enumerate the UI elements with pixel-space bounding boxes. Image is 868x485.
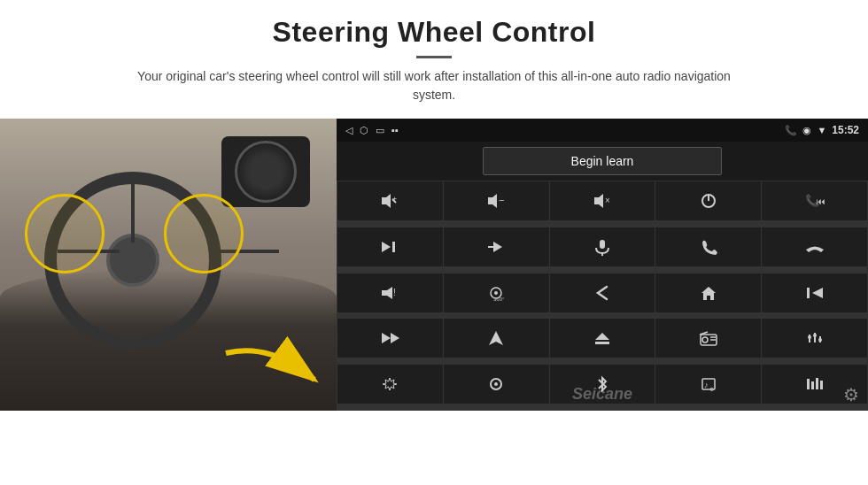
- svg-point-22: [494, 291, 498, 295]
- gauge-cluster: [221, 136, 310, 207]
- fast-forward-button[interactable]: [444, 227, 549, 266]
- svg-text:360°: 360°: [493, 296, 505, 302]
- svg-rect-17: [600, 240, 605, 249]
- svg-marker-1: [382, 194, 391, 208]
- title-divider: [416, 56, 452, 58]
- spoke-vertical: [131, 181, 135, 242]
- home-icon: ⬡: [360, 125, 368, 136]
- settings-btn2[interactable]: [337, 365, 443, 404]
- skip-forward-button[interactable]: [337, 319, 443, 358]
- content-area: ◁ ⬡ ▭ ▪▪ 📞 ◉ ▼ 15:52 Begin learn: [0, 119, 868, 485]
- volume-up-button[interactable]: +: [337, 181, 443, 220]
- horn-button[interactable]: !: [337, 273, 443, 312]
- phone-icon: 📞: [785, 125, 797, 136]
- highlight-circle-right: [164, 194, 244, 273]
- svg-text:⏮: ⏮: [817, 196, 825, 206]
- svg-rect-31: [595, 342, 609, 344]
- power-button[interactable]: [655, 181, 761, 220]
- storage-icon: ▪▪: [391, 125, 399, 135]
- svg-rect-48: [807, 379, 810, 389]
- status-bar: ◁ ⬡ ▭ ▪▪ 📞 ◉ ▼ 15:52: [337, 119, 868, 142]
- svg-marker-27: [382, 333, 391, 343]
- svg-marker-28: [391, 333, 399, 343]
- svg-text:×: ×: [605, 196, 610, 205]
- svg-text:+: +: [392, 195, 397, 204]
- status-time: 15:52: [832, 124, 859, 136]
- speedometer: [235, 141, 297, 203]
- equalizer-button[interactable]: [762, 319, 867, 358]
- svg-rect-50: [816, 378, 818, 389]
- svg-rect-49: [811, 381, 814, 389]
- svg-point-42: [818, 338, 822, 342]
- header-section: Steering Wheel Control Your original car…: [0, 0, 868, 113]
- wifi-icon: ▼: [817, 125, 826, 135]
- back-icon: ◁: [345, 125, 353, 136]
- svg-point-40: [813, 334, 817, 337]
- car-image: [0, 119, 337, 411]
- volume-down-button[interactable]: −: [444, 181, 549, 220]
- svg-marker-13: [382, 242, 391, 252]
- home-button[interactable]: [655, 273, 761, 312]
- svg-text:−: −: [499, 195, 504, 205]
- begin-learn-button[interactable]: Begin learn: [483, 147, 722, 175]
- svg-marker-16: [493, 242, 502, 252]
- recents-icon: ▭: [376, 125, 384, 136]
- svg-marker-30: [595, 333, 609, 340]
- svg-rect-25: [807, 288, 810, 298]
- highlight-circle-left: [25, 194, 105, 273]
- settings-gear-icon[interactable]: ⚙: [843, 384, 859, 405]
- next-track-button[interactable]: [337, 227, 443, 266]
- svg-rect-51: [820, 381, 823, 389]
- subtitle: Your original car's steering wheel contr…: [124, 67, 744, 104]
- svg-text:⚙: ⚙: [709, 387, 714, 392]
- call-prev-button[interactable]: 📞 ⏮: [762, 181, 867, 220]
- begin-learn-row: Begin learn: [337, 142, 868, 181]
- 360-camera-button[interactable]: 360°: [444, 273, 549, 312]
- navigation-button[interactable]: [444, 319, 549, 358]
- android-screen: ◁ ⬡ ▭ ▪▪ 📞 ◉ ▼ 15:52 Begin learn: [337, 119, 868, 411]
- location-icon: ◉: [802, 125, 811, 136]
- svg-marker-7: [594, 194, 603, 208]
- svg-rect-14: [392, 242, 395, 252]
- back-button[interactable]: [550, 273, 655, 312]
- svg-marker-19: [382, 287, 392, 299]
- status-bar-right: 📞 ◉ ▼ 15:52: [785, 124, 859, 136]
- circle-button[interactable]: [444, 365, 549, 404]
- phone-call-button[interactable]: [655, 227, 761, 266]
- bluetooth-button[interactable]: [550, 365, 655, 404]
- svg-point-44: [494, 382, 498, 386]
- svg-point-38: [808, 335, 811, 339]
- svg-point-33: [702, 337, 708, 343]
- svg-text:♪: ♪: [704, 381, 709, 389]
- svg-marker-5: [488, 194, 497, 208]
- page-container: Steering Wheel Control Your original car…: [0, 0, 868, 485]
- yellow-arrow: [217, 335, 332, 397]
- prev-track-button[interactable]: [762, 273, 867, 312]
- end-call-button[interactable]: [762, 227, 867, 266]
- svg-text:!: !: [393, 288, 396, 297]
- radio-button[interactable]: [655, 319, 761, 358]
- page-title: Steering Wheel Control: [35, 16, 833, 49]
- mute-button[interactable]: ×: [550, 181, 655, 220]
- svg-marker-26: [812, 288, 823, 298]
- eject-button[interactable]: [550, 319, 655, 358]
- control-buttons-grid: + − ×: [337, 181, 868, 411]
- status-bar-left: ◁ ⬡ ▭ ▪▪: [345, 125, 399, 136]
- svg-marker-29: [489, 331, 503, 345]
- svg-marker-24: [701, 287, 716, 300]
- music-button[interactable]: ♪ ⚙: [655, 365, 761, 404]
- microphone-button[interactable]: [550, 227, 655, 266]
